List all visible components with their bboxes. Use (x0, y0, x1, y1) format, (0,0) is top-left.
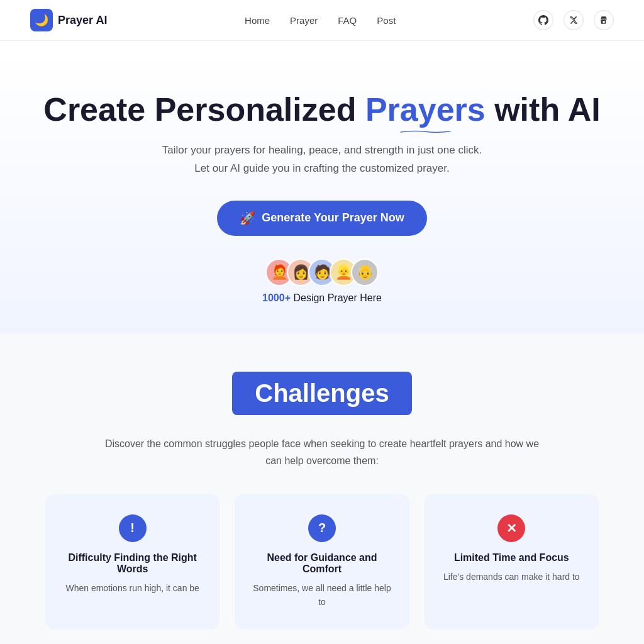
card-desc: Sometimes, we all need a little help to (250, 581, 394, 609)
logo-icon: 🌙 (30, 9, 53, 31)
rocket-icon: 🚀 (240, 211, 255, 226)
hero-title-end: with AI (486, 91, 601, 128)
card-title: Difficulty Finding the Right Words (60, 552, 204, 575)
challenges-badge: Challenges (232, 372, 411, 415)
avatar: 👴 (351, 258, 379, 286)
cards-row: ! Difficulty Finding the Right Words Whe… (30, 494, 614, 630)
hero-title-highlight: Prayers (365, 91, 486, 129)
times-icon: ✕ (497, 514, 525, 542)
logo[interactable]: 🌙 Prayer AI (30, 9, 107, 31)
hero-title-start: Create Personalized (43, 91, 365, 128)
card-title: Limited Time and Focus (440, 552, 584, 564)
social-proof: 🧑‍🦰 👩 🧑 👱 👴 1000+ Design Prayer Here (20, 258, 624, 304)
card-desc: Life's demands can make it hard to (440, 570, 584, 584)
cta-button[interactable]: 🚀 Generate Your Prayer Now (217, 201, 426, 236)
x-icon[interactable] (564, 10, 584, 30)
hero-section: Create Personalized Prayers with AI Tail… (0, 41, 644, 334)
hero-title: Create Personalized Prayers with AI (20, 91, 624, 129)
hero-subtitle: Tailor your prayers for healing, peace, … (20, 142, 624, 178)
navbar: 🌙 Prayer AI Home Prayer FAQ Post (0, 0, 644, 41)
cta-label: Generate Your Prayer Now (262, 211, 404, 225)
card-guidance: ? Need for Guidance and Comfort Sometime… (235, 494, 409, 630)
proof-text: 1000+ Design Prayer Here (262, 292, 382, 304)
card-title: Need for Guidance and Comfort (250, 552, 394, 575)
card-difficulty: ! Difficulty Finding the Right Words Whe… (45, 494, 219, 630)
nav-links: Home Prayer FAQ Post (245, 15, 396, 26)
logo-text: Prayer AI (58, 14, 107, 27)
nav-faq[interactable]: FAQ (338, 15, 357, 26)
alert-icon: ! (119, 514, 147, 542)
challenges-description: Discover the common struggles people fac… (102, 435, 542, 469)
nav-post[interactable]: Post (377, 15, 396, 26)
card-time: ✕ Limited Time and Focus Life's demands … (425, 494, 599, 630)
question-icon: ? (308, 514, 336, 542)
github-icon[interactable] (533, 10, 553, 30)
proof-count: 1000+ (262, 292, 291, 303)
nav-prayer[interactable]: Prayer (290, 15, 318, 26)
nav-icons (533, 10, 614, 30)
product-icon[interactable] (594, 10, 614, 30)
nav-home[interactable]: Home (245, 15, 270, 26)
card-desc: When emotions run high, it can be (60, 581, 204, 595)
avatar-group: 🧑‍🦰 👩 🧑 👱 👴 (265, 258, 379, 286)
challenges-section: Challenges Discover the common struggles… (0, 334, 644, 644)
proof-label: Design Prayer Here (291, 292, 382, 303)
